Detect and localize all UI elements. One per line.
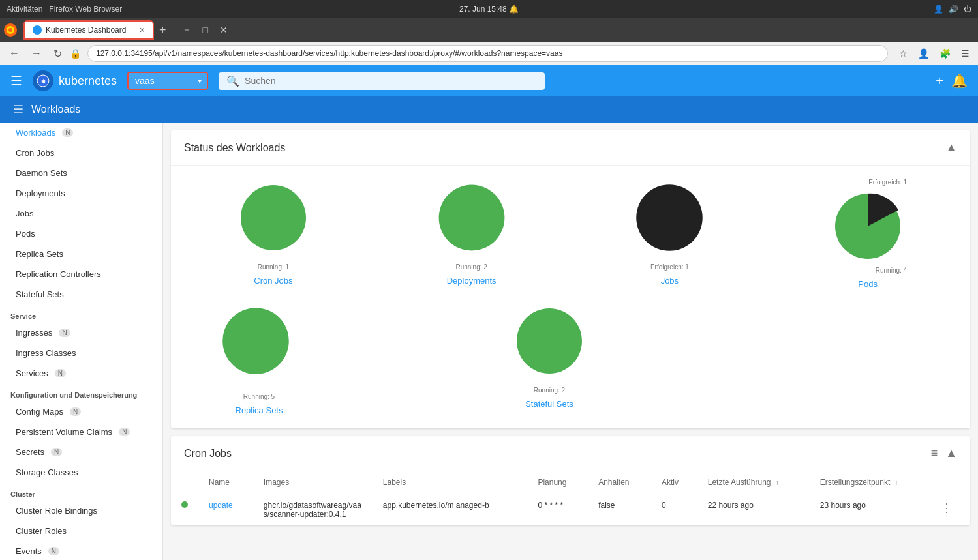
sidebar-events-label: Events: [16, 546, 42, 556]
app-container: ☰ ⎈ kubernetes vaas default kube-system …: [0, 65, 978, 560]
os-user-icon[interactable]: 👤: [934, 5, 943, 14]
sidebar-workloads-badge: N: [62, 128, 73, 137]
sidebar-workloads-label: Workloads: [16, 128, 55, 138]
row-actions-button[interactable]: ⋮: [941, 501, 953, 514]
sidebar-item-stateful-sets[interactable]: Stateful Sets: [0, 284, 162, 304]
cron-jobs-table-header-row: Name Images Labels Planung Anhalten Akti…: [171, 471, 970, 494]
cell-images: ghcr.io/gdatasoftwareag/vaas/scanner-upd…: [253, 494, 373, 526]
sidebar-pvc-badge: N: [119, 428, 130, 436]
kubernetes-logo-text: kubernetes: [59, 74, 117, 88]
new-tab-button[interactable]: +: [157, 21, 169, 40]
filter-icon[interactable]: ≡: [931, 447, 938, 460]
extensions-button[interactable]: 🧩: [936, 47, 954, 60]
content-area: Status des Workloads ▲ Running: 1 Cron J…: [163, 123, 978, 560]
sidebar-item-services[interactable]: Services N: [0, 363, 162, 383]
namespace-selector-wrapper[interactable]: vaas default kube-system kube-public ▼: [127, 72, 208, 90]
row-name-link[interactable]: update: [209, 501, 233, 510]
sidebar-item-workloads[interactable]: Workloads N: [0, 123, 162, 143]
forward-button[interactable]: →: [27, 46, 46, 61]
chart-deployments-circle: [433, 179, 511, 257]
table-row: update ghcr.io/gdatasoftwareag/vaas/scan…: [171, 494, 970, 526]
browser-chrome: Kubernetes Dashboard × + － □ ✕ ← → ↻ 🔒 ☆…: [0, 18, 978, 65]
page-title: Workloads: [31, 104, 80, 115]
hamburger-icon[interactable]: ☰: [10, 73, 22, 89]
sidebar-item-cluster-role-bindings[interactable]: Cluster Role Bindings: [0, 501, 162, 521]
sidebar-replication-controllers-label: Replication Controllers: [16, 269, 101, 279]
sort-icon: ↑: [776, 479, 779, 486]
sidebar-services-badge: N: [55, 369, 66, 377]
cron-jobs-running-label: Running: 1: [258, 263, 289, 271]
charts-row-1: Running: 1 Cron Jobs Running: 2 Deployme…: [171, 166, 970, 302]
window-minimize-button[interactable]: －: [177, 23, 196, 37]
cell-letzte-ausfuhrung: 22 hours ago: [697, 494, 810, 526]
tab-bar: Kubernetes Dashboard × + － □ ✕: [0, 18, 978, 42]
sidebar-item-jobs[interactable]: Jobs: [0, 203, 162, 224]
subtitle-bar: ☰ Workloads: [0, 96, 978, 123]
sidebar-item-events[interactable]: Events N: [0, 541, 162, 560]
sidebar-item-ingress-classes[interactable]: Ingress Classes: [0, 343, 162, 363]
col-letzte-ausfuhrung: Letzte Ausführung ↑: [697, 471, 810, 494]
sidebar-jobs-label: Jobs: [16, 209, 33, 218]
replica-sets-running-label: Running: 5: [243, 393, 275, 400]
cell-aktiv: 0: [651, 494, 697, 526]
sidebar-item-deployments[interactable]: Deployments: [0, 183, 162, 203]
jobs-running-label: Erfolgreich: 1: [650, 263, 689, 271]
replica-sets-chart-label: Replica Sets: [236, 405, 283, 415]
subtitle-menu-icon[interactable]: ☰: [13, 102, 23, 117]
back-button[interactable]: ←: [5, 46, 23, 61]
deployments-chart-label: Deployments: [447, 276, 497, 286]
account-button[interactable]: 👤: [915, 47, 932, 60]
os-sound-icon[interactable]: 🔊: [949, 5, 958, 14]
collapse-icon[interactable]: ▲: [945, 141, 957, 155]
cron-jobs-chart-label: Cron Jobs: [254, 276, 292, 286]
svg-point-9: [222, 308, 289, 374]
chart-jobs: Erfolgreich: 1 Jobs: [630, 179, 709, 289]
notification-icon[interactable]: 🔔: [951, 73, 968, 89]
chart-pods-circle: [829, 187, 907, 265]
search-bar: 🔍: [219, 72, 545, 90]
sidebar-item-storage-classes[interactable]: Storage Classes: [0, 462, 162, 482]
workload-status-title: Status des Workloads: [184, 142, 285, 154]
menu-button[interactable]: ☰: [958, 47, 973, 60]
sidebar-item-config-maps[interactable]: Config Maps N: [0, 402, 162, 422]
sidebar-pods-label: Pods: [16, 229, 35, 239]
sidebar-item-ingresses[interactable]: Ingresses N: [0, 323, 162, 343]
chart-replica-sets: Running: 5 Replica Sets: [217, 302, 301, 415]
refresh-button[interactable]: ↻: [50, 46, 66, 61]
sidebar-item-cluster-roles[interactable]: Cluster Roles: [0, 521, 162, 541]
svg-point-10: [517, 308, 582, 374]
os-activities[interactable]: Aktivitäten: [7, 5, 42, 14]
stateful-sets-running-label: Running: 2: [534, 387, 565, 394]
sidebar-events-badge: N: [48, 547, 59, 555]
os-bar-left: Aktivitäten Firefox Web Browser: [7, 5, 122, 14]
sidebar-item-cron-jobs[interactable]: Cron Jobs: [0, 143, 162, 163]
bookmark-button[interactable]: ☆: [896, 47, 911, 60]
search-input[interactable]: [245, 76, 537, 86]
col-actions: [930, 471, 970, 494]
sidebar-item-replica-sets[interactable]: Replica Sets: [0, 244, 162, 264]
chart-deployments: Running: 2 Deployments: [433, 179, 511, 289]
window-maximize-button[interactable]: □: [198, 23, 213, 37]
os-bar-center: 27. Jun 15:48 🔔: [459, 5, 519, 14]
os-power-icon[interactable]: ⏻: [964, 5, 971, 14]
cron-jobs-collapse-icon[interactable]: ▲: [945, 447, 957, 460]
sidebar-item-pods[interactable]: Pods: [0, 224, 162, 244]
sidebar-item-secrets[interactable]: Secrets N: [0, 442, 162, 462]
sidebar-deployments-label: Deployments: [16, 188, 65, 198]
add-icon[interactable]: +: [936, 74, 943, 89]
window-close-button[interactable]: ✕: [215, 23, 233, 37]
cron-jobs-table-header: Cron Jobs ≡ ▲: [171, 436, 970, 471]
col-erstellungszeitpunkt: Erstellungszeitpunkt ↑: [810, 471, 930, 494]
namespace-selector[interactable]: vaas default kube-system kube-public: [129, 73, 207, 89]
lock-icon: 🔒: [70, 48, 81, 59]
jobs-chart-label: Jobs: [661, 276, 679, 286]
sidebar-cluster-role-bindings-label: Cluster Role Bindings: [16, 506, 97, 516]
tab-close-button[interactable]: ×: [140, 25, 145, 35]
sidebar-item-replication-controllers[interactable]: Replication Controllers: [0, 264, 162, 284]
address-input[interactable]: [87, 45, 888, 62]
os-time: 27. Jun 15:48: [459, 5, 507, 14]
workload-status-card-header: Status des Workloads ▲: [171, 130, 970, 166]
browser-tab-kubernetes[interactable]: Kubernetes Dashboard ×: [23, 20, 154, 40]
sidebar-item-daemon-sets[interactable]: Daemon Sets: [0, 163, 162, 183]
sidebar-item-pvc[interactable]: Persistent Volume Claims N: [0, 422, 162, 442]
